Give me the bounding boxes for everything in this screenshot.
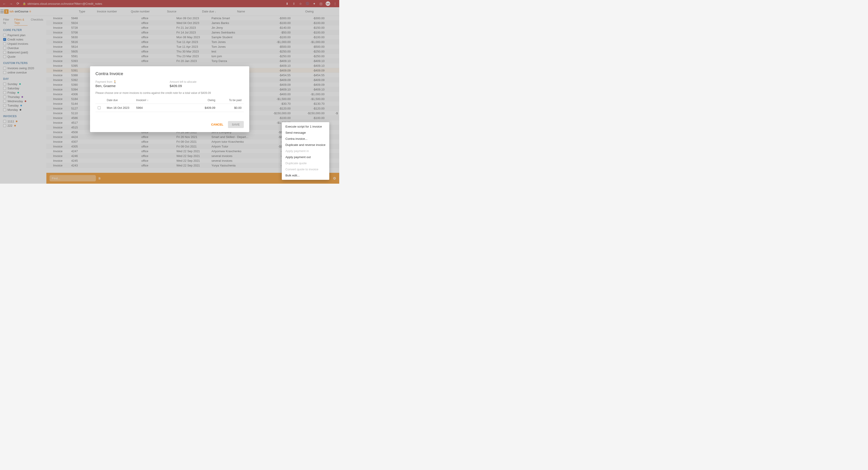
amount-label: Amount left to allocate bbox=[169, 80, 244, 84]
payment-from-label: Payment from bbox=[95, 80, 113, 84]
context-menu: Execute script for 1 invoiceSend message… bbox=[282, 122, 329, 180]
amount-value: $409.09 bbox=[169, 84, 244, 88]
context-menu-item[interactable]: Contra invoice... bbox=[282, 136, 329, 142]
context-menu-item[interactable]: Duplicate and reverse invoice bbox=[282, 142, 329, 148]
mth-inv[interactable]: Invoice# bbox=[136, 99, 146, 102]
modal-help-text: Please choose one or more invoices to co… bbox=[95, 91, 244, 95]
sort-up-icon: ↑ bbox=[147, 99, 149, 101]
context-menu-item[interactable]: Send message bbox=[282, 130, 329, 136]
row-checkbox[interactable] bbox=[98, 106, 101, 109]
context-menu-item: Apply payment in bbox=[282, 148, 329, 154]
context-menu-item[interactable]: Execute script for 1 invoice bbox=[282, 124, 329, 130]
context-menu-item[interactable]: Apply payment out bbox=[282, 154, 329, 160]
save-button: SAVE bbox=[228, 121, 244, 128]
context-menu-item: Duplicate quote bbox=[282, 160, 329, 166]
context-menu-item[interactable]: Bulk edit... bbox=[282, 173, 329, 179]
person-icon: 🚶 bbox=[113, 80, 117, 84]
context-menu-item: Convert quote to invoice bbox=[282, 166, 329, 173]
mth-paid[interactable]: To be paid bbox=[215, 99, 242, 102]
modal-title: Contra Invoice bbox=[95, 71, 244, 76]
contra-invoice-modal: Contra Invoice Payment from🚶 Ben, Graeme… bbox=[90, 66, 249, 132]
payment-from-value: Ben, Graeme bbox=[95, 84, 169, 88]
mth-owing[interactable]: Owing bbox=[181, 99, 215, 102]
modal-invoice-row[interactable]: Mon 16 Oct 2023 5964 $409.09 $0.00 bbox=[95, 103, 244, 112]
cancel-button[interactable]: CANCEL bbox=[208, 121, 226, 128]
mth-due[interactable]: Date due bbox=[107, 99, 136, 102]
